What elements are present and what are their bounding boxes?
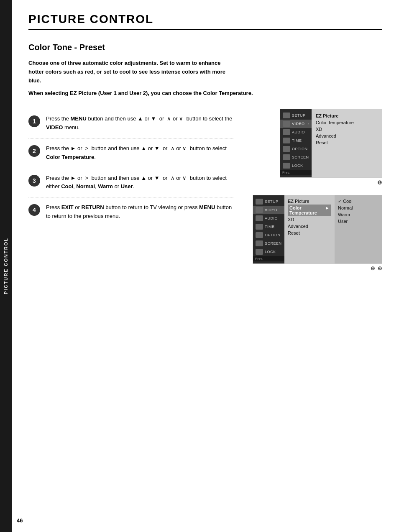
- step-3-row: 3 Press the ► or > button and then use ▲…: [28, 168, 233, 198]
- main-content: PICTURE CONTROL Color Tone - Preset Choo…: [12, 0, 399, 288]
- menu1-ez-picture: EZ Picture: [316, 113, 378, 119]
- menu1-screen: SCREEN: [280, 153, 312, 161]
- page-title: PICTURE CONTROL: [28, 13, 382, 30]
- step-3-number: 3: [28, 175, 40, 187]
- menu2-warm: Warm: [338, 211, 379, 218]
- menu2-xd: XD: [288, 216, 331, 223]
- menu1-time: TIME: [280, 136, 312, 145]
- menu2-color-temp: Color Temperature ►: [288, 205, 331, 216]
- menu2-lock: LOCK: [253, 248, 284, 256]
- step-2-row: 2 Press the ► or > button and then use ▲…: [28, 138, 233, 168]
- menu1-audio: AUDIO: [280, 128, 312, 136]
- menu1-left-panel: SETUP VIDEO › AUDIO T: [280, 109, 312, 177]
- menu2-screen: SCREEN: [253, 239, 284, 248]
- steps-column: 1 Press the MENU button and then use ▲ o…: [28, 109, 233, 271]
- screenshot-2-badges: ❷ ❸: [253, 266, 382, 271]
- menu1-right-panel: EZ Picture Color Temperature XD Advanced…: [312, 109, 382, 177]
- menu1-lock: LOCK: [280, 161, 312, 170]
- page-number: 46: [17, 517, 23, 524]
- step-1-row: 1 Press the MENU button and then use ▲ o…: [28, 109, 233, 138]
- menu1-advanced: Advanced: [316, 133, 378, 139]
- step-4-number: 4: [28, 204, 40, 216]
- screenshot-1-wrapper: SETUP VIDEO › AUDIO T: [280, 109, 382, 186]
- menu1-prev: Prev.: [280, 170, 312, 175]
- menu2-mid-panel: EZ Picture Color Temperature ► XD Advanc…: [284, 195, 335, 263]
- menu2-cool: ✓ Cool: [338, 198, 379, 205]
- menu1-option: OPTION: [280, 145, 312, 153]
- menu1-xd: XD: [316, 126, 378, 133]
- menu1-video: VIDEO ›: [280, 120, 312, 128]
- screenshot-1: SETUP VIDEO › AUDIO T: [280, 109, 382, 178]
- menu2-audio: AUDIO: [253, 214, 284, 223]
- menu2-left-panel: SETUP VIDEO AUDIO TIME: [253, 195, 284, 263]
- content-area: 1 Press the MENU button and then use ▲ o…: [28, 109, 382, 271]
- section-title: Color Tone - Preset: [28, 43, 382, 52]
- menu2-video: VIDEO: [253, 206, 284, 214]
- screenshot-1-badge: ❶: [280, 179, 382, 186]
- menu2-advanced: Advanced: [288, 223, 331, 230]
- step-2-text: Press the ► or > button and then use ▲ o…: [46, 144, 233, 162]
- sidebar: PICTURE CONTROL: [0, 0, 12, 532]
- screenshot-2: SETUP VIDEO AUDIO TIME: [253, 195, 382, 264]
- menu2-setup: SETUP: [253, 197, 284, 206]
- menu2-option: OPTION: [253, 231, 284, 239]
- step-4-row: 4 Press EXIT or RETURN button to return …: [28, 197, 233, 227]
- intro-paragraph-2: When selecting EZ Picture (User 1 and Us…: [28, 90, 382, 96]
- menu1-setup: SETUP: [280, 111, 312, 120]
- step-1-text: Press the MENU button and then use ▲ or …: [46, 115, 233, 132]
- step-4-text: Press EXIT or RETURN button to return to…: [46, 203, 233, 221]
- step-2-number: 2: [28, 145, 40, 157]
- menu2-prev: Prev.: [253, 256, 284, 261]
- sidebar-label: PICTURE CONTROL: [3, 238, 8, 294]
- intro-paragraph-1: Choose one of three automatic color adju…: [28, 59, 229, 85]
- badge-2: ❷: [371, 266, 375, 271]
- menu2-time: TIME: [253, 223, 284, 231]
- menu2-reset: Reset: [288, 230, 331, 236]
- step-1-number: 1: [28, 115, 40, 127]
- menu1-reset: Reset: [316, 139, 378, 146]
- menu2-normal: Normal: [338, 205, 379, 211]
- menu2-ez-picture: EZ Picture: [288, 198, 331, 205]
- menu1-color-temp: Color Temperature: [316, 119, 378, 126]
- screenshot-2-wrapper: SETUP VIDEO AUDIO TIME: [253, 195, 382, 271]
- menu2-user: User: [338, 218, 379, 225]
- badge-3: ❸: [378, 266, 382, 271]
- step-3-text: Press the ► or > button and then use ▲ o…: [46, 174, 233, 192]
- screenshots-column: SETUP VIDEO › AUDIO T: [242, 109, 382, 271]
- menu2-right-panel: ✓ Cool Normal Warm User: [335, 195, 382, 263]
